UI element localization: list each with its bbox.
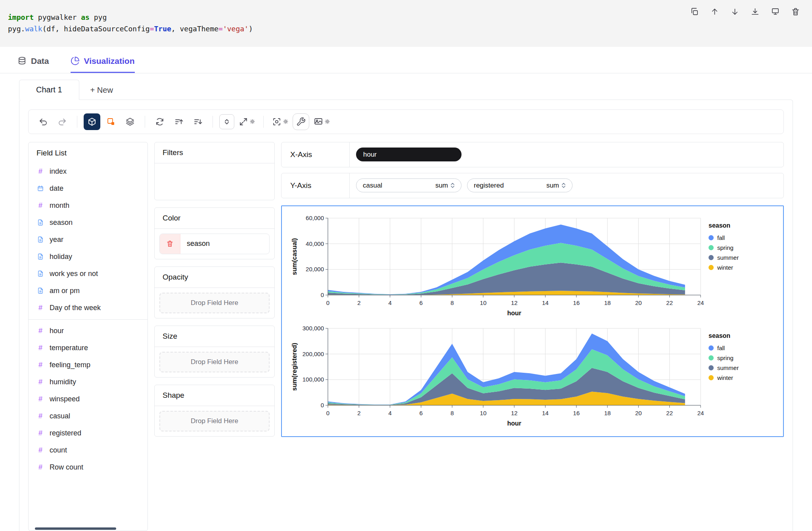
svg-text:14: 14 [542,410,549,416]
field-label: date [50,184,63,193]
field-item-count[interactable]: #count [29,442,147,459]
tab-data[interactable]: Data [17,56,49,73]
field-item-registered[interactable]: #registered [29,425,147,442]
legend-item-summer[interactable]: summer [709,253,768,263]
code-block[interactable]: import pygwalker as pygpyg.walk(df, hide… [8,12,253,35]
size-drop-zone[interactable]: Drop Field Here [159,352,270,372]
tab-visualization-label: Visualization [84,56,135,66]
mark-cube-icon [87,117,97,127]
resize-icon [239,117,248,127]
move-up-button[interactable] [710,7,719,16]
hash-icon: # [36,395,44,403]
legend-item-fall[interactable]: fall [709,343,768,353]
resize-button[interactable] [237,113,257,130]
svg-text:40,000: 40,000 [306,240,324,247]
opacity-drop-zone[interactable]: Drop Field Here [159,293,270,313]
field-label: humidity [50,378,76,386]
sort-chevrons-icon [561,182,566,189]
x-axis-field-pill[interactable]: hour [356,148,462,161]
svg-text:12: 12 [511,299,518,306]
field-item-season[interactable]: season [29,214,147,231]
field-item-feeling-temp[interactable]: #feeling_temp [29,357,147,374]
delete-button[interactable] [791,7,800,16]
sort-descending-icon [193,117,203,127]
field-item-work-yes-or-not[interactable]: work yes or not [29,265,147,282]
legend-item-spring[interactable]: spring [709,353,768,363]
field-item-casual[interactable]: #casual [29,408,147,425]
field-label: year [50,236,63,244]
hash-icon: # [36,429,44,437]
legend-item-winter[interactable]: winter [709,263,768,272]
sort-descending-button[interactable] [190,113,206,130]
field-item-winspeed[interactable]: #winspeed [29,391,147,408]
svg-text:4: 4 [388,299,391,306]
field-label: registered [50,429,81,437]
copy-button[interactable] [690,7,699,16]
legend-item-summer[interactable]: summer [709,363,768,373]
zoom-button[interactable] [270,113,290,130]
legend-label: summer [717,363,739,373]
field-item-am-or-pm[interactable]: am or pm [29,282,147,299]
field-item-year[interactable]: year [29,231,147,248]
x-axis-label: X-Axis [282,142,350,167]
tab-visualization[interactable]: Visualization [71,56,135,73]
download-button[interactable] [751,7,760,16]
field-list-divider [29,319,147,320]
svg-text:10: 10 [480,410,486,416]
mark-cube-button[interactable] [84,113,100,130]
trash-icon [166,240,174,247]
y-axis-pill-registered[interactable]: registeredsum [467,178,573,192]
hash-icon: # [36,378,44,386]
undo-button[interactable] [35,113,52,130]
present-button[interactable] [771,7,780,16]
remove-color-field-button[interactable] [160,234,180,254]
color-field-pill[interactable]: season [159,234,270,254]
horizontal-scrollbar-thumb[interactable] [35,527,116,530]
svg-text:6: 6 [419,410,423,416]
shape-drop-zone[interactable]: Drop Field Here [159,411,270,431]
field-label: count [50,446,67,454]
redo-icon [57,117,67,127]
new-chart-button[interactable]: + New [84,81,119,100]
field-item-date[interactable]: date [29,180,147,197]
field-item-index[interactable]: #index [29,163,147,180]
svg-text:20: 20 [635,299,642,306]
field-item-row-count[interactable]: #Row count [29,459,147,476]
field-item-temperature[interactable]: #temperature [29,339,147,357]
y-field-name: casual [363,182,382,190]
y-field-name: registered [474,182,504,190]
legend-item-winter[interactable]: winter [709,373,768,383]
legend-item-spring[interactable]: spring [709,243,768,253]
y-axis-pill-casual[interactable]: casualsum [356,178,462,192]
config-icon [296,117,306,127]
legend-label: spring [717,353,733,363]
chart-tab-bar: Chart 1 + New [0,73,812,100]
chart-tab-1[interactable]: Chart 1 [19,80,79,100]
redo-button[interactable] [54,113,71,130]
field-item-hour[interactable]: #hour [29,322,147,339]
painter-button[interactable] [103,113,119,130]
filters-drop-area[interactable] [155,163,274,200]
svg-text:0: 0 [326,299,329,306]
chart-canvas[interactable]: 024681012141618202224020,00040,00060,000… [281,205,784,437]
layers-button[interactable] [122,113,138,130]
aggregation-select[interactable]: sum [435,182,455,190]
sort-ascending-button[interactable] [170,113,187,130]
toolbar-divider [213,116,213,128]
hash-icon: # [36,361,44,369]
size-mode-button[interactable] [219,114,234,129]
download-icon [751,7,760,16]
aggregation-select[interactable]: sum [546,182,566,190]
move-down-button[interactable] [730,7,739,16]
export-image-button[interactable] [312,113,332,130]
refresh-button[interactable] [151,113,168,130]
field-item-day-of-the-week[interactable]: #Day of the week [29,299,147,316]
field-label: feeling_temp [50,361,90,369]
shape-label: Shape [155,385,274,406]
y-axis-label: Y-Axis [282,173,350,198]
config-button[interactable] [293,113,309,130]
field-item-holiday[interactable]: holiday [29,248,147,265]
legend-item-fall[interactable]: fall [709,233,768,243]
field-item-month[interactable]: #month [29,197,147,214]
field-item-humidity[interactable]: #humidity [29,374,147,391]
